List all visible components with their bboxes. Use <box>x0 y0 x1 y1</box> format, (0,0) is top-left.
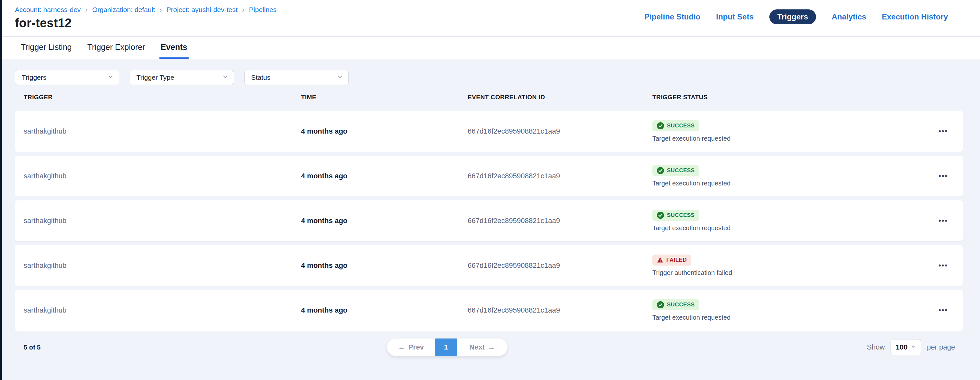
pipeline-top-nav: Pipeline Studio Input Sets Triggers Anal… <box>644 10 948 24</box>
page-title: for-test12 <box>15 16 72 30</box>
check-circle-icon <box>657 167 664 174</box>
more-options-icon[interactable]: ••• <box>939 127 948 135</box>
event-correlation-id: 667d16f2ec895908821c1aa9 <box>468 217 652 225</box>
trigger-name: sarthakgithub <box>24 172 301 180</box>
status-message: Trigger authentication failed <box>652 269 732 276</box>
check-circle-icon <box>657 122 664 129</box>
list-footer: 5 of 5 ← Prev 1 Next → Show 100 <box>15 338 963 356</box>
status-message: Target execution requested <box>652 135 730 142</box>
table-row: sarthakgithub 4 months ago 667d16f2ec895… <box>15 245 963 286</box>
status-badge: SUCCESS <box>652 120 699 131</box>
trigger-name: sarthakgithub <box>24 306 301 315</box>
breadcrumb-organization[interactable]: Organization: default <box>92 6 155 14</box>
status-filter-label: Status <box>251 73 270 81</box>
page-size-control: Show 100 per page <box>867 339 955 355</box>
column-time: TIME <box>301 94 468 101</box>
nav-execution-history[interactable]: Execution History <box>882 12 948 21</box>
status-label: SUCCESS <box>667 123 695 129</box>
chevron-down-icon <box>107 73 114 81</box>
events-list: sarthakgithub 4 months ago 667d16f2ec895… <box>15 111 967 331</box>
status-label: SUCCESS <box>667 212 695 219</box>
tab-events[interactable]: Events <box>159 37 189 59</box>
trigger-status-cell: SUCCESS Target execution requested <box>652 120 923 142</box>
more-options-icon[interactable]: ••• <box>939 217 948 225</box>
event-correlation-id: 667d16f2ec895908821c1aa9 <box>468 306 652 315</box>
nav-input-sets[interactable]: Input Sets <box>716 12 754 21</box>
filters-row: Triggers Trigger Type Status <box>15 59 967 85</box>
events-content: Triggers Trigger Type Status TRIGGER TIM… <box>2 59 980 380</box>
next-label: Next <box>469 343 485 351</box>
prev-page-button[interactable]: ← Prev <box>387 338 435 356</box>
table-header: TRIGGER TIME EVENT CORRELATION ID TRIGGE… <box>15 91 963 104</box>
per-page-label: per page <box>927 343 955 351</box>
breadcrumb-account[interactable]: Account: harness-dev <box>15 6 81 14</box>
prev-label: Prev <box>408 343 424 351</box>
page-size-select[interactable]: 100 <box>891 339 921 355</box>
trigger-status-cell: SUCCESS Target execution requested <box>652 299 923 321</box>
table-row: sarthakgithub 4 months ago 667d16f2ec895… <box>15 200 963 241</box>
event-correlation-id: 667d16f2ec895908821c1aa9 <box>468 127 652 136</box>
breadcrumb-separator-icon: › <box>242 6 244 14</box>
table-row: sarthakgithub 4 months ago 667d16f2ec895… <box>15 290 963 331</box>
breadcrumb: Account: harness-dev › Organization: def… <box>15 6 277 14</box>
more-options-icon[interactable]: ••• <box>939 261 948 270</box>
breadcrumb-separator-icon: › <box>159 6 162 14</box>
trigger-name: sarthakgithub <box>24 217 301 225</box>
table-row: sarthakgithub 4 months ago 667d16f2ec895… <box>15 156 963 196</box>
event-time: 4 months ago <box>301 127 468 136</box>
chevron-down-icon <box>222 73 229 81</box>
triggers-filter-label: Triggers <box>22 73 46 81</box>
tab-bar: Trigger Listing Trigger Explorer Events <box>2 36 980 59</box>
nav-pipeline-studio[interactable]: Pipeline Studio <box>644 12 700 21</box>
trigger-status-cell: SUCCESS Target execution requested <box>652 165 923 187</box>
status-badge: SUCCESS <box>652 299 699 310</box>
pagination: ← Prev 1 Next → <box>387 338 508 356</box>
status-filter-dropdown[interactable]: Status <box>244 70 349 85</box>
column-trigger-status: TRIGGER STATUS <box>652 94 923 101</box>
trigger-type-filter-dropdown[interactable]: Trigger Type <box>130 70 234 85</box>
tab-trigger-explorer[interactable]: Trigger Explorer <box>86 37 146 59</box>
triggers-filter-dropdown[interactable]: Triggers <box>15 70 119 85</box>
breadcrumb-separator-icon: › <box>85 6 88 14</box>
status-message: Target execution requested <box>652 180 730 187</box>
event-correlation-id: 667d16f2ec895908821c1aa9 <box>468 261 652 270</box>
status-label: SUCCESS <box>667 167 695 174</box>
chevron-down-icon <box>337 73 343 81</box>
trigger-type-filter-label: Trigger Type <box>137 73 174 81</box>
arrow-right-icon: → <box>488 343 495 351</box>
trigger-status-cell: SUCCESS Target execution requested <box>652 210 923 232</box>
tab-trigger-listing[interactable]: Trigger Listing <box>19 37 73 59</box>
check-circle-icon <box>657 301 664 308</box>
current-page-button[interactable]: 1 <box>435 338 457 356</box>
table-row: sarthakgithub 4 months ago 667d16f2ec895… <box>15 111 963 152</box>
trigger-status-cell: FAILED Trigger authentication failed <box>652 254 923 276</box>
status-message: Target execution requested <box>652 314 730 321</box>
page-size-value: 100 <box>896 343 908 351</box>
breadcrumb-project[interactable]: Project: ayushi-dev-test <box>167 6 237 14</box>
event-time: 4 months ago <box>301 172 468 180</box>
status-label: SUCCESS <box>667 302 695 308</box>
trigger-name: sarthakgithub <box>24 261 301 270</box>
event-time: 4 months ago <box>301 261 468 270</box>
chevron-down-icon <box>910 343 916 351</box>
status-badge: SUCCESS <box>652 165 699 176</box>
status-message: Target execution requested <box>652 224 730 232</box>
column-event-correlation-id: EVENT CORRELATION ID <box>468 94 652 101</box>
nav-triggers[interactable]: Triggers <box>769 10 816 24</box>
page-header: Account: harness-dev › Organization: def… <box>2 0 980 36</box>
status-label: FAILED <box>666 257 687 263</box>
nav-analytics[interactable]: Analytics <box>832 12 866 21</box>
status-badge: SUCCESS <box>652 210 699 221</box>
event-time: 4 months ago <box>301 306 468 315</box>
more-options-icon[interactable]: ••• <box>939 306 948 314</box>
column-trigger: TRIGGER <box>24 94 301 101</box>
event-correlation-id: 667d16f2ec895908821c1aa9 <box>468 172 652 180</box>
trigger-name: sarthakgithub <box>24 127 301 136</box>
breadcrumb-pipelines[interactable]: Pipelines <box>249 6 277 14</box>
warning-triangle-icon <box>657 257 663 263</box>
event-time: 4 months ago <box>301 217 468 225</box>
next-page-button[interactable]: Next → <box>457 338 508 356</box>
arrow-left-icon: ← <box>398 343 405 351</box>
status-badge: FAILED <box>652 254 691 265</box>
more-options-icon[interactable]: ••• <box>939 172 948 180</box>
